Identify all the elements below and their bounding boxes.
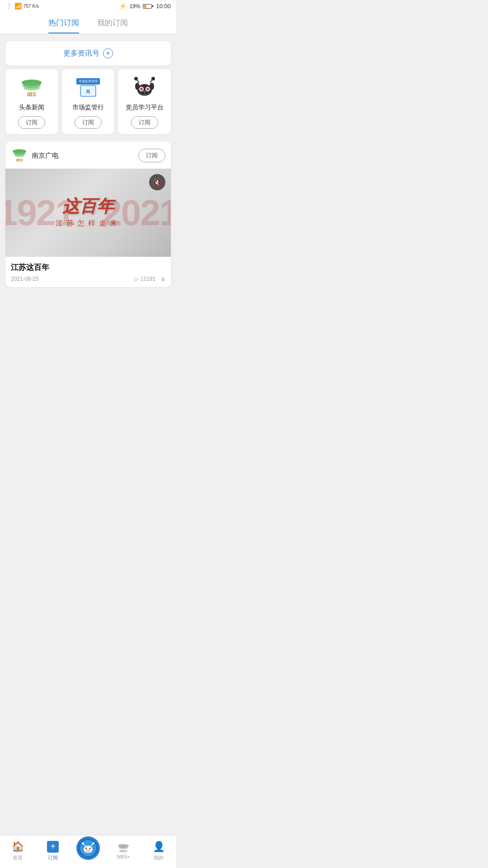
tab-my-subscribe[interactable]: 我的订阅: [97, 18, 128, 33]
shichang-logo: 市场监督管理 局: [75, 76, 101, 99]
tab-hot-subscribe[interactable]: 热门订阅: [48, 18, 79, 33]
dangyuan-logo: [132, 76, 157, 99]
channel-card-dangyuan[interactable]: 党员学习平台 订阅: [118, 69, 171, 134]
svg-point-8: [150, 83, 154, 90]
play-icon: ▷: [135, 276, 139, 282]
more-news-text: 更多资讯号: [63, 49, 99, 58]
battery-icon: [143, 4, 153, 9]
article-views: ▷ 11191 ∨: [135, 275, 165, 283]
dangyuan-name: 党员学习平台: [126, 104, 164, 112]
svg-point-10: [134, 77, 138, 80]
svg-point-15: [140, 88, 143, 90]
svg-point-19: [145, 92, 148, 94]
more-news-card[interactable]: 更多资讯号 +: [5, 41, 171, 66]
feed-card-nanjing: IBS 南京广电 订阅 1921 2021 这百年 江苏怎样走来 🔇 江苏这百年…: [5, 142, 171, 287]
video-center-text: 这百年 江苏怎样走来: [56, 197, 121, 228]
bluetooth-icon: ⚡: [119, 3, 127, 9]
channel-card-shichang[interactable]: 市场监督管理 局 市场监管行 订阅: [62, 69, 115, 134]
top-tab-bar: 热门订阅 我的订阅: [0, 12, 176, 34]
video-banner[interactable]: 1921 2021 这百年 江苏怎样走来 🔇: [5, 169, 171, 257]
article-meta: 2021-08-25 ▷ 11191 ∨: [11, 275, 165, 283]
channel-card-toutiao[interactable]: IBS 头条新闻 订阅: [5, 69, 58, 134]
svg-point-16: [146, 88, 149, 90]
svg-point-7: [135, 83, 140, 90]
video-sub-title: 江苏怎样走来: [56, 219, 121, 228]
svg-point-22: [14, 154, 24, 157]
status-bar: ❕ 📶 757 K/s ⚡ 19% 10:00: [0, 0, 176, 12]
svg-text:IBS: IBS: [27, 91, 36, 98]
feed-card-header: IBS 南京广电 订阅: [5, 142, 171, 169]
mute-button[interactable]: 🔇: [149, 174, 165, 190]
plus-icon[interactable]: +: [103, 48, 113, 58]
shichang-subscribe-btn[interactable]: 订阅: [75, 116, 102, 129]
shichang-name: 市场监管行: [72, 104, 104, 112]
toutiao-logo: IBS: [19, 76, 44, 99]
svg-point-12: [151, 77, 155, 80]
status-right: ⚡ 19% 10:00: [119, 3, 171, 9]
battery-percent: 19%: [129, 3, 140, 9]
article-info: 江苏这百年 2021-08-25 ▷ 11191 ∨: [5, 257, 171, 287]
speed-text: 757 K/s: [23, 4, 39, 9]
video-main-title: 这百年: [56, 197, 121, 216]
svg-text:IBS: IBS: [16, 158, 23, 162]
feed-channel-logo: IBS: [11, 147, 28, 164]
toutiao-subscribe-btn[interactable]: 订阅: [18, 116, 45, 129]
svg-point-2: [23, 86, 40, 90]
view-count: 11191: [141, 276, 155, 282]
section-divider: [0, 34, 176, 38]
channel-cards-row: IBS 头条新闻 订阅 市场监督管理 局 市场监管行 订阅: [0, 69, 176, 134]
feed-channel-name: 南京广电: [32, 151, 135, 160]
feed-subscribe-btn[interactable]: 订阅: [138, 149, 165, 162]
time-display: 10:00: [156, 3, 171, 9]
wifi-icon: 📶: [14, 3, 22, 9]
expand-icon: ∨: [161, 275, 165, 283]
warning-icon: ❕: [5, 3, 13, 9]
feed-divider: [0, 138, 176, 142]
article-date: 2021-08-25: [11, 276, 38, 282]
status-left: ❕ 📶 757 K/s: [5, 3, 39, 9]
main-content: 更多资讯号 + IBS 头条新闻 订阅 市场监: [0, 34, 176, 345]
article-title: 江苏这百年: [11, 262, 165, 273]
svg-point-18: [141, 92, 144, 94]
toutiao-name: 头条新闻: [19, 104, 44, 112]
dangyuan-subscribe-btn[interactable]: 订阅: [131, 116, 158, 129]
svg-text:局: 局: [86, 90, 90, 94]
mute-icon: 🔇: [153, 178, 162, 187]
